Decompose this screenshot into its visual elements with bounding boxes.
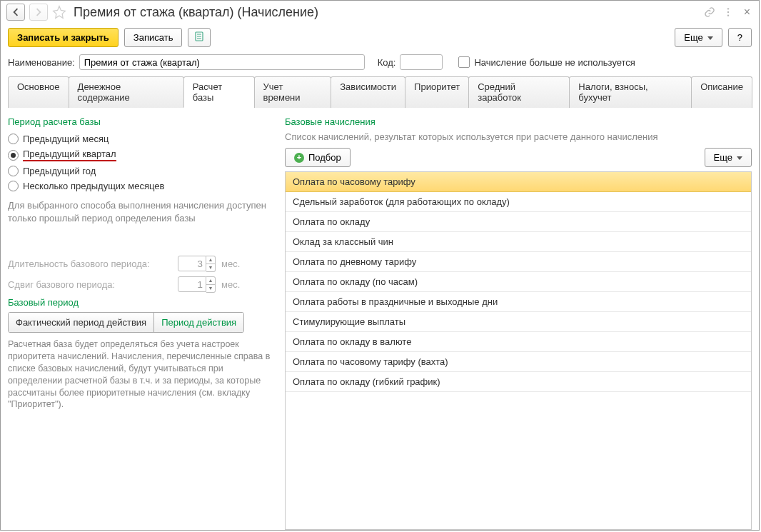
not-used-label: Начисление больше не используется xyxy=(474,57,635,68)
shift-spinner[interactable]: ▲▼ xyxy=(178,276,216,293)
radio-icon xyxy=(8,166,19,176)
shift-label: Сдвиг базового периода: xyxy=(8,279,172,290)
pick-button[interactable]: + Подбор xyxy=(285,148,351,167)
period-radio-1[interactable]: Предыдущий квартал xyxy=(8,146,272,164)
spin-up[interactable]: ▲ xyxy=(206,277,215,285)
list-item[interactable]: Оклад за классный чин xyxy=(286,232,751,252)
not-used-checkbox[interactable] xyxy=(458,56,470,68)
base-period-toggle-0[interactable]: Фактический период действия xyxy=(9,313,153,332)
list-item[interactable]: Оплата по окладу (по часам) xyxy=(286,272,751,292)
svg-point-2 xyxy=(727,14,728,16)
list-item[interactable]: Оплата по часовому тарифу xyxy=(286,172,751,192)
radio-icon xyxy=(8,181,19,191)
favorite-star-icon[interactable] xyxy=(52,5,66,19)
base-period-toggle-1[interactable]: Период действия xyxy=(153,313,243,332)
radio-icon xyxy=(8,150,19,161)
report-button[interactable] xyxy=(188,28,211,47)
list-item[interactable]: Оплата по часовому тарифу (вахта) xyxy=(286,352,751,372)
nav-back-button[interactable] xyxy=(6,4,25,21)
period-radio-2[interactable]: Предыдущий год xyxy=(8,164,272,179)
name-input[interactable] xyxy=(79,54,365,70)
base-period-hint: Расчетная база будет определяться без уч… xyxy=(8,338,272,411)
list-item[interactable]: Оплата работы в праздничные и выходные д… xyxy=(286,292,751,312)
duration-unit: мес. xyxy=(221,259,240,269)
duration-label: Длительность базового периода: xyxy=(8,259,172,269)
base-accruals-title: Базовые начисления xyxy=(285,116,752,127)
svg-point-0 xyxy=(727,8,728,9)
period-radio-0[interactable]: Предыдущий месяц xyxy=(8,131,272,146)
list-item[interactable]: Оплата по окладу (гибкий график) xyxy=(286,372,751,392)
spin-up[interactable]: ▲ xyxy=(206,256,215,264)
tab-2[interactable]: Расчет базы xyxy=(183,76,255,108)
accruals-list[interactable]: Оплата по часовому тарифуСдельный зарабо… xyxy=(285,171,752,530)
window-title: Премия от стажа (квартал) (Начисление) xyxy=(74,5,318,20)
tab-5[interactable]: Приоритет xyxy=(405,76,469,108)
list-item[interactable]: Оплата по окладу в валюте xyxy=(286,332,751,352)
list-item[interactable]: Оплата по окладу xyxy=(286,212,751,232)
list-more-button[interactable]: Еще xyxy=(705,148,752,167)
tab-4[interactable]: Зависимости xyxy=(331,76,405,108)
shift-unit: мес. xyxy=(221,279,240,290)
duration-spinner[interactable]: ▲▼ xyxy=(178,256,216,272)
help-button[interactable]: ? xyxy=(728,28,752,47)
nav-forward-button[interactable] xyxy=(29,4,48,21)
spin-down[interactable]: ▼ xyxy=(206,264,215,271)
tab-1[interactable]: Денежное содержание xyxy=(69,76,184,108)
period-section-title: Период расчета базы xyxy=(8,116,272,127)
save-close-button[interactable]: Записать и закрыть xyxy=(8,28,119,47)
link-icon[interactable] xyxy=(704,6,715,18)
svg-point-1 xyxy=(727,11,728,13)
tab-6[interactable]: Средний заработок xyxy=(468,76,570,108)
spin-down[interactable]: ▼ xyxy=(206,285,215,292)
list-item[interactable]: Сдельный заработок (для работающих по ок… xyxy=(286,192,751,212)
base-accruals-desc: Список начислений, результат которых исп… xyxy=(285,131,752,142)
tab-7[interactable]: Налоги, взносы, бухучет xyxy=(569,76,692,108)
base-period-title: Базовый период xyxy=(8,297,272,308)
close-button[interactable]: × xyxy=(741,6,753,19)
kebab-menu-icon[interactable] xyxy=(722,6,734,18)
plus-icon: + xyxy=(294,153,304,163)
radio-icon xyxy=(8,134,19,144)
more-button[interactable]: Еще xyxy=(675,28,722,47)
save-button[interactable]: Записать xyxy=(124,28,183,47)
code-label: Код: xyxy=(378,57,396,68)
tab-0[interactable]: Основное xyxy=(8,76,69,108)
code-input[interactable] xyxy=(400,54,443,70)
list-item[interactable]: Оплата по дневному тарифу xyxy=(286,252,751,272)
period-radio-3[interactable]: Несколько предыдущих месяцев xyxy=(8,179,272,194)
list-item[interactable]: Стимулирующие выплаты xyxy=(286,312,751,332)
tab-8[interactable]: Описание xyxy=(691,76,752,108)
period-hint: Для выбранного способа выполнения начисл… xyxy=(8,199,272,224)
tab-3[interactable]: Учет времени xyxy=(254,76,332,108)
name-label: Наименование: xyxy=(8,57,75,68)
